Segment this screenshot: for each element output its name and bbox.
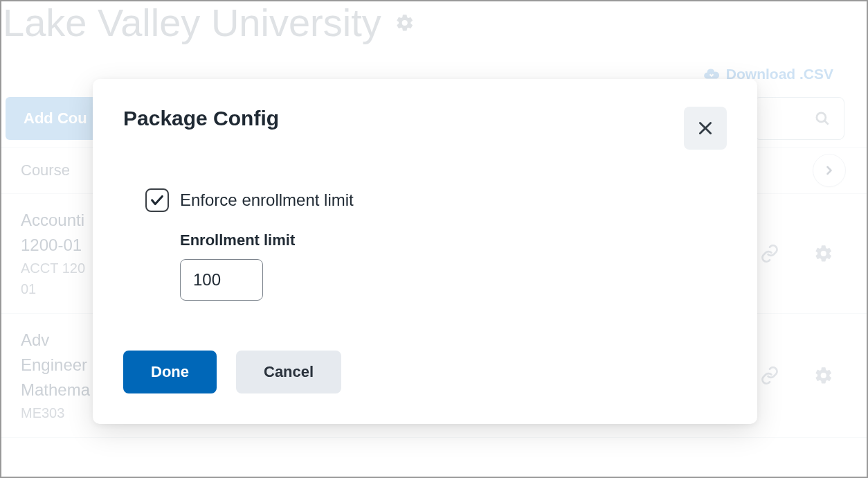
close-button[interactable] [684,107,727,150]
package-config-modal: Package Config Enforce enrollment limit … [93,79,757,424]
enrollment-limit-label: Enrollment limit [180,231,727,249]
check-icon [150,193,165,208]
enrollment-limit-input[interactable] [180,259,263,301]
done-button[interactable]: Done [123,351,217,393]
modal-title: Package Config [123,107,279,130]
close-icon [696,119,714,137]
enforce-limit-label: Enforce enrollment limit [180,191,354,210]
enforce-limit-checkbox[interactable] [145,188,169,212]
cancel-button[interactable]: Cancel [236,351,341,393]
